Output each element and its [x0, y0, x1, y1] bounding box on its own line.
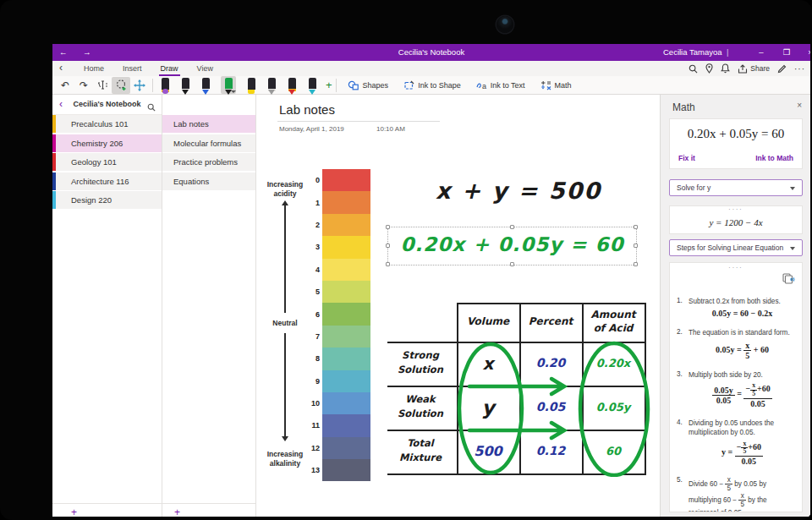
page-item[interactable]: Practice problems: [162, 153, 255, 171]
close-button[interactable]: ×: [802, 44, 810, 61]
drag-handle[interactable]: ····: [670, 265, 802, 271]
ink-to-shape-button[interactable]: Ink to Shape: [396, 77, 469, 94]
section-item[interactable]: Geology 101: [52, 153, 162, 171]
ph-level: 11: [308, 414, 370, 436]
tab-insert[interactable]: Insert: [113, 61, 151, 76]
page-item[interactable]: Equations: [162, 172, 255, 190]
pen-red[interactable]: [287, 76, 297, 94]
solution-step: 5.Divide 60 − x5 by 0.05 by multiplying …: [677, 476, 796, 512]
draw-toolbar: ↶ ↷ + Shapes Ink to Shape: [52, 76, 810, 95]
shapes-icon: [348, 80, 359, 90]
green-ellipse-volume: [459, 344, 522, 473]
selection-handle[interactable]: [386, 244, 390, 248]
section-item[interactable]: Precalculus 101: [52, 115, 162, 133]
maximize-button[interactable]: ❒: [778, 44, 795, 61]
ribbon-tab-row: ‹ HomeInsertDrawView Share: [52, 61, 810, 76]
pen-black[interactable]: [180, 76, 190, 94]
search-icon[interactable]: [689, 64, 698, 74]
titlebar: ← → Cecilia's Notebook Cecilia Tamayoa |…: [52, 44, 810, 61]
pages-list: Lab notesMolecular formulasPractice prob…: [162, 115, 255, 190]
section-item[interactable]: Architecture 116: [52, 172, 162, 190]
math-button[interactable]: Math: [533, 77, 579, 94]
share-button[interactable]: Share: [738, 64, 770, 74]
notifications-bell-icon[interactable]: [721, 63, 730, 74]
notebook-header: ‹ Cecilia's Notebook: [52, 95, 162, 115]
title-divider: [277, 121, 440, 122]
ribbon-tabs: HomeInsertDrawView: [74, 61, 222, 76]
selection-handle[interactable]: [386, 225, 390, 229]
ph-level: 8: [308, 348, 370, 369]
ph-alkalinity-label: Increasing alkalinity: [256, 450, 314, 468]
edit-pencil-icon[interactable]: [777, 64, 787, 74]
ribbon-back-chevron[interactable]: ‹: [59, 61, 63, 76]
location-pin-icon[interactable]: [705, 63, 713, 74]
section-item[interactable]: Chemistry 206: [52, 134, 162, 152]
ph-level: 4: [308, 259, 370, 281]
section-color-tab: [52, 153, 56, 171]
redo-button[interactable]: ↷: [74, 77, 93, 94]
more-options-icon[interactable]: ···: [794, 64, 805, 74]
read-aloud-icon[interactable]: [782, 272, 795, 287]
ink-equation-black[interactable]: x + y = 500: [430, 178, 607, 204]
tab-home[interactable]: Home: [74, 61, 113, 76]
page-canvas[interactable]: Lab notes Monday, April 1, 2019 10:10 AM…: [256, 95, 660, 517]
add-pen-button[interactable]: +: [326, 79, 332, 91]
section-item[interactable]: Design 220: [52, 191, 162, 209]
ink-annotations: [375, 294, 654, 477]
solution-step: 3.Multiply both side by 20.0.05y0.05 = −…: [677, 370, 796, 408]
ink-equation-green[interactable]: 0.20x + 0.05y = 60: [388, 233, 636, 255]
pen-purple-eraser[interactable]: [160, 76, 170, 94]
undo-button[interactable]: ↶: [56, 77, 74, 94]
account-name[interactable]: Cecilia Tamayoa: [663, 44, 722, 61]
lasso-select-tool[interactable]: [112, 77, 130, 94]
select-text-icon[interactable]: [93, 77, 112, 94]
shapes-button[interactable]: Shapes: [340, 77, 397, 94]
highlighter-yellow[interactable]: [246, 76, 256, 94]
ph-level: 5: [308, 281, 370, 303]
ink-to-text-icon: a: [476, 80, 487, 90]
fix-it-link[interactable]: Fix it: [678, 154, 695, 162]
ink-selection-box[interactable]: 0.20x + 0.05y = 60: [387, 227, 637, 265]
device-bezel: ← → Cecilia's Notebook Cecilia Tamayoa |…: [0, 0, 812, 520]
chevron-down-icon: [790, 187, 795, 190]
section-color-tab: [52, 172, 56, 190]
ink-to-math-link[interactable]: Ink to Math: [755, 154, 793, 162]
selection-handle[interactable]: [510, 225, 514, 229]
ink-to-text-button[interactable]: a Ink to Text: [469, 77, 533, 94]
tab-view[interactable]: View: [188, 61, 222, 76]
math-panel-close-icon[interactable]: ×: [797, 101, 802, 110]
ph-level: 6: [308, 303, 370, 325]
page-title[interactable]: Lab notes: [279, 102, 335, 117]
add-section-button[interactable]: +: [52, 503, 162, 517]
pen-teal[interactable]: [307, 76, 317, 94]
selection-handle[interactable]: [386, 262, 390, 266]
pen-blue[interactable]: [200, 76, 211, 94]
drag-handle[interactable]: ····: [670, 206, 802, 213]
solve-dropdown[interactable]: Solve for y: [669, 179, 803, 196]
pen-gallery: [160, 76, 317, 94]
selection-handle[interactable]: [634, 225, 638, 229]
pen-green[interactable]: [221, 76, 236, 94]
section-color-tab: [52, 191, 56, 209]
math-equation-card: 0.20x + 0.05y = 60 Fix it Ink to Math: [669, 118, 803, 169]
ph-level: 7: [308, 326, 370, 348]
page-item[interactable]: Lab notes: [162, 115, 255, 133]
ph-color-scale: 012345678910111213: [308, 169, 370, 481]
notebook-search-icon[interactable]: [147, 100, 156, 115]
pen-gray[interactable]: [266, 76, 277, 94]
arrow-down-icon: [282, 436, 288, 441]
solution-card: ···· y = 1200 − 4x: [669, 205, 803, 234]
page-item[interactable]: Molecular formulas: [162, 134, 255, 152]
selection-handle[interactable]: [634, 262, 638, 266]
add-page-button[interactable]: +: [162, 503, 255, 517]
selection-handle[interactable]: [510, 262, 514, 266]
share-icon: [738, 64, 748, 74]
minimize-button[interactable]: –: [753, 44, 770, 61]
ph-level: 13: [308, 459, 370, 481]
move-tool-icon[interactable]: [130, 77, 149, 94]
steps-dropdown[interactable]: Steps for Solving Linear Equation: [669, 239, 803, 256]
solution-step: 2.The equation is in standard form.0.05y…: [677, 328, 796, 359]
selection-handle[interactable]: [634, 244, 638, 248]
sections-list: Precalculus 101Chemistry 206Geology 101A…: [52, 115, 162, 209]
tab-draw[interactable]: Draw: [151, 61, 188, 76]
